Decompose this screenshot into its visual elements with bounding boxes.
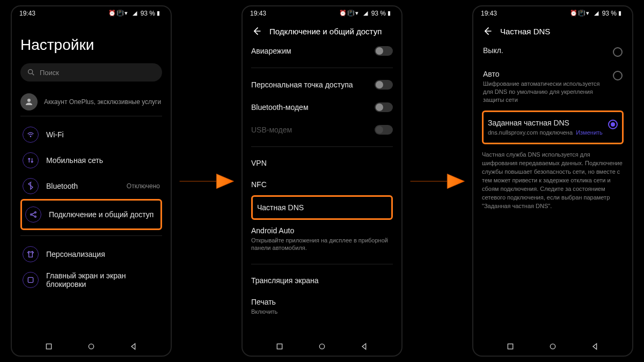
signal-icon: ◢ bbox=[594, 10, 601, 17]
settings-item-bluetooth[interactable]: Bluetooth Отключено bbox=[20, 173, 162, 199]
nav-recent[interactable] bbox=[44, 342, 54, 351]
nav-bar bbox=[243, 339, 401, 356]
alarm-icon: ⏰ bbox=[339, 10, 346, 17]
label: NFC bbox=[251, 180, 267, 189]
arrow-step-1 bbox=[177, 165, 236, 197]
highlight-connectivity: Подключение и общий доступ bbox=[20, 199, 162, 230]
search-icon bbox=[27, 68, 35, 77]
signal-icon: ◢ bbox=[133, 10, 139, 17]
radio-off[interactable]: Выкл. bbox=[482, 40, 624, 63]
svg-point-6 bbox=[35, 216, 36, 218]
battery-icon: ▮ bbox=[387, 10, 394, 17]
row-usb-tether: USB-модем bbox=[251, 119, 393, 141]
account-row[interactable]: Аккаунт OnePlus, эксклюзивные услуги bbox=[20, 93, 162, 110]
label: Авто bbox=[483, 70, 608, 78]
wifi-icon bbox=[26, 130, 35, 139]
row-vpn[interactable]: VPN bbox=[251, 152, 393, 174]
back-icon[interactable] bbox=[482, 26, 493, 36]
label: Подключение и общий доступ bbox=[49, 210, 153, 219]
nav-home[interactable] bbox=[317, 342, 327, 351]
sub: Шифрование автоматически используется дл… bbox=[483, 80, 608, 104]
svg-point-13 bbox=[550, 344, 555, 349]
share-icon bbox=[29, 210, 38, 219]
radio-icon-selected[interactable] bbox=[608, 120, 618, 129]
nav-recent[interactable] bbox=[275, 342, 284, 351]
svg-line-1 bbox=[32, 73, 34, 75]
arrows-icon bbox=[26, 156, 35, 165]
row-cast[interactable]: Трансляция экрана bbox=[251, 270, 393, 291]
nav-home[interactable] bbox=[548, 342, 558, 351]
battery-icon: ▮ bbox=[157, 10, 163, 17]
avatar bbox=[20, 93, 38, 110]
row-hotspot[interactable]: Персональная точка доступа bbox=[251, 73, 393, 96]
settings-item-mobile[interactable]: Мобильная сеть bbox=[20, 147, 162, 173]
svg-point-2 bbox=[27, 99, 31, 102]
divider bbox=[20, 235, 162, 236]
alarm-icon: ⏰ bbox=[108, 10, 115, 17]
divider bbox=[251, 68, 393, 68]
settings-item-homescreen[interactable]: Главный экран и экран блокировки bbox=[20, 267, 162, 293]
svg-rect-8 bbox=[47, 344, 52, 349]
label: Трансляция экрана bbox=[251, 276, 319, 285]
toggle-airplane[interactable] bbox=[375, 46, 393, 56]
arrow-step-2 bbox=[408, 165, 467, 197]
person-icon bbox=[24, 97, 34, 107]
header: Частная DNS bbox=[473, 20, 632, 40]
row-bt-tether[interactable]: Bluetooth-модем bbox=[251, 96, 393, 119]
nav-back[interactable] bbox=[129, 342, 138, 351]
row-print[interactable]: Печать Включить bbox=[251, 291, 393, 322]
battery-icon: ▮ bbox=[618, 10, 625, 17]
radio-auto[interactable]: Авто Шифрование автоматически использует… bbox=[482, 63, 624, 110]
status-bar: 19:43 ⏰ 📳 ▾ ◢ 93 % ▮ bbox=[473, 6, 632, 20]
divider bbox=[251, 264, 393, 264]
toggle-hotspot[interactable] bbox=[375, 80, 393, 90]
bluetooth-status: Отключено bbox=[127, 182, 160, 190]
svg-point-5 bbox=[35, 212, 36, 213]
status-time: 19:43 bbox=[481, 10, 497, 17]
row-private-dns[interactable]: Частная DNS bbox=[254, 198, 390, 217]
search-input[interactable]: Поиск bbox=[20, 63, 162, 82]
settings-item-personalization[interactable]: Персонализация bbox=[20, 241, 162, 267]
settings-item-wifi[interactable]: Wi-Fi bbox=[20, 122, 162, 147]
svg-point-3 bbox=[30, 136, 31, 137]
radio-icon[interactable] bbox=[613, 47, 623, 57]
label: Wi-Fi bbox=[46, 130, 64, 139]
nav-back[interactable] bbox=[360, 342, 369, 351]
label: Персонализация bbox=[46, 250, 105, 258]
status-time: 19:43 bbox=[250, 10, 266, 17]
page-title: Настройки bbox=[20, 36, 162, 54]
label: Мобильная сеть bbox=[46, 156, 103, 165]
svg-point-0 bbox=[28, 70, 33, 74]
label: Bluetooth-модем bbox=[251, 103, 309, 112]
header-title: Подключение и общий доступ bbox=[269, 27, 382, 36]
row-nfc[interactable]: NFC bbox=[251, 174, 393, 195]
nav-back[interactable] bbox=[590, 342, 600, 351]
header-title: Частная DNS bbox=[500, 27, 550, 36]
row-android-auto[interactable]: Android Auto Открывайте приложения на ди… bbox=[251, 220, 393, 258]
nav-bar bbox=[12, 339, 171, 356]
status-bar: 19:43 ⏰ 📳 ▾ ◢ 93 % ▮ bbox=[12, 6, 171, 20]
settings-item-connectivity[interactable]: Подключение и общий доступ bbox=[23, 202, 159, 227]
svg-point-11 bbox=[319, 344, 324, 349]
label: Выкл. bbox=[483, 46, 608, 55]
toggle-bt-tether[interactable] bbox=[375, 102, 393, 112]
account-label: Аккаунт OnePlus, эксклюзивные услуги bbox=[44, 98, 161, 106]
back-icon[interactable] bbox=[251, 26, 262, 36]
nav-home[interactable] bbox=[86, 342, 96, 351]
nav-recent[interactable] bbox=[506, 342, 515, 351]
signal-icon: ◢ bbox=[363, 10, 370, 17]
label: Android Auto bbox=[251, 226, 393, 235]
search-placeholder: Поиск bbox=[40, 69, 59, 77]
toggle-usb-tether bbox=[375, 125, 393, 135]
edit-link[interactable]: Изменить bbox=[576, 129, 603, 136]
status-time: 19:43 bbox=[19, 10, 35, 17]
status-icons: ⏰ 📳 ▾ ◢ 93 % ▮ bbox=[339, 10, 394, 17]
radio-icon[interactable] bbox=[613, 71, 623, 80]
radio-designated[interactable]: Заданная частная DNS dns.nullsproxy.com … bbox=[485, 113, 621, 142]
svg-point-9 bbox=[89, 344, 93, 349]
status-bar: 19:43 ⏰ 📳 ▾ ◢ 93 % ▮ bbox=[243, 6, 401, 20]
phone-settings-root: 19:43 ⏰ 📳 ▾ ◢ 93 % ▮ Настройки Поиск Акк… bbox=[11, 5, 172, 357]
label: USB-модем bbox=[251, 125, 292, 134]
highlight-private-dns: Частная DNS bbox=[251, 195, 393, 220]
row-airplane[interactable]: Авиарежим bbox=[251, 40, 393, 62]
